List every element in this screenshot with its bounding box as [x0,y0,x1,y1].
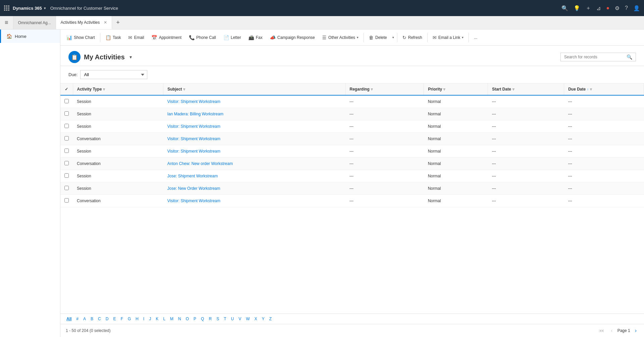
row-checkbox-8[interactable] [60,195,73,207]
campaign-response-button[interactable]: 📣 Campaign Response [266,33,318,42]
row-subject-8[interactable]: Visitor: Shipment Workstream [163,195,345,207]
task-button[interactable]: 📋 Task [102,33,125,42]
alpha-btn-i[interactable]: I [141,316,146,322]
due-date-filter-icon[interactable]: ▿ [590,87,592,92]
subject-link-5[interactable]: Anton Chew: New order Workstream [167,161,233,166]
regarding-filter-icon[interactable]: ▿ [371,87,373,92]
search-nav-icon[interactable]: 🔍 [561,5,568,11]
col-priority[interactable]: Priority ▿ [424,83,488,95]
first-page-button[interactable]: ⏮ [597,327,606,334]
activity-type-filter-icon[interactable]: ▿ [103,87,105,92]
tab-menu-hamburger[interactable]: ≡ [0,16,13,29]
subject-link-4[interactable]: Visitor: Shipment Workstream [167,149,220,154]
alpha-btn-#[interactable]: # [74,316,81,322]
alpha-btn-p[interactable]: P [192,316,198,322]
subject-link-8[interactable]: Visitor: Shipment Workstream [167,199,220,203]
alpha-btn-q[interactable]: Q [199,316,206,322]
user-icon[interactable]: 👤 [633,5,640,11]
apps-grid-icon[interactable] [4,5,9,11]
prev-page-button[interactable]: ‹ [609,327,614,334]
subject-filter-icon[interactable]: ▿ [183,87,185,92]
refresh-button[interactable]: ↻ Refresh [399,33,426,42]
alpha-btn-w[interactable]: W [244,316,252,322]
alpha-btn-j[interactable]: J [147,316,153,322]
alpha-btn-u[interactable]: U [229,316,236,322]
subject-link-7[interactable]: Jose: New Order Workstream [167,186,220,191]
subject-link-3[interactable]: Visitor: Shipment Workstream [167,136,220,141]
search-input[interactable] [564,55,625,59]
email-button[interactable]: ✉ Email [125,33,147,42]
alpha-btn-g[interactable]: G [126,316,133,322]
delete-dropdown-arrow[interactable]: ▾ [391,36,395,39]
checkbox-2[interactable] [64,124,69,128]
more-button[interactable]: ... [470,33,481,42]
alpha-btn-s[interactable]: S [214,316,221,322]
tab-activities[interactable]: Activities My Activities ✕ [56,16,112,29]
subject-link-2[interactable]: Visitor: Shipment Workstream [167,124,220,129]
sidebar-item-home[interactable]: 🏠 Home [0,30,60,43]
alpha-btn-z[interactable]: Z [267,316,274,322]
alpha-btn-f[interactable]: F [118,316,125,322]
col-regarding[interactable]: Regarding ▿ [345,83,424,95]
delete-button[interactable]: 🗑 Delete [365,33,390,42]
row-checkbox-6[interactable] [60,170,73,182]
alpha-btn-c[interactable]: C [96,316,103,322]
filter-nav-icon[interactable]: ⊿ [596,5,601,11]
checkbox-7[interactable] [64,186,69,190]
search-icon[interactable]: 🔍 [627,54,632,60]
subject-link-0[interactable]: Visitor: Shipment Workstream [167,99,220,104]
alpha-btn-h[interactable]: H [134,316,141,322]
page-title-dropdown[interactable]: ▾ [130,54,132,60]
checkbox-0[interactable] [64,99,69,103]
subject-link-1[interactable]: Ian Madera: Billing Workstream [167,112,223,116]
alpha-btn-m[interactable]: M [168,316,176,322]
row-subject-5[interactable]: Anton Chew: New order Workstream [163,158,345,170]
row-checkbox-0[interactable] [60,95,73,108]
row-subject-1[interactable]: Ian Madera: Billing Workstream [163,108,345,120]
alpha-btn-d[interactable]: D [104,316,111,322]
row-subject-2[interactable]: Visitor: Shipment Workstream [163,120,345,133]
alpha-btn-n[interactable]: N [176,316,183,322]
next-page-button[interactable]: › [633,327,639,334]
checkbox-8[interactable] [64,198,69,203]
alpha-btn-x[interactable]: X [252,316,259,322]
show-chart-button[interactable]: 📊 Show Chart [63,33,98,42]
row-checkbox-7[interactable] [60,182,73,195]
row-checkbox-2[interactable] [60,120,73,133]
alpha-btn-v[interactable]: V [237,316,243,322]
alpha-btn-r[interactable]: R [207,316,214,322]
alpha-btn-o[interactable]: O [184,316,191,322]
checkbox-4[interactable] [64,149,69,153]
letter-button[interactable]: 📄 Letter [220,33,245,42]
app-name[interactable]: Dynamics 365 ▾ [13,6,46,11]
tab-close-icon[interactable]: ✕ [104,20,107,25]
alpha-btn-b[interactable]: B [89,316,95,322]
appointment-button[interactable]: 📅 Appointment [148,33,185,42]
subject-link-6[interactable]: Jose: Shipment Workstream [167,174,218,178]
row-subject-0[interactable]: Visitor: Shipment Workstream [163,95,345,108]
alpha-btn-k[interactable]: K [154,316,160,322]
other-activities-button[interactable]: ☰ Other Activities ▾ [319,33,362,42]
settings-icon[interactable]: ⚙ [615,5,620,11]
row-subject-7[interactable]: Jose: New Order Workstream [163,182,345,195]
help-icon[interactable]: ? [625,5,628,11]
fax-button[interactable]: 📠 Fax [245,33,266,42]
col-activity-type[interactable]: Activity Type ▿ [73,83,163,95]
alpha-btn-e[interactable]: E [111,316,118,322]
row-subject-4[interactable]: Visitor: Shipment Workstream [163,145,345,158]
row-checkbox-1[interactable] [60,108,73,120]
start-date-filter-icon[interactable]: ▿ [512,87,514,92]
alpha-btn-t[interactable]: T [222,316,228,322]
row-subject-6[interactable]: Jose: Shipment Workstream [163,170,345,182]
alpha-btn-y[interactable]: Y [260,316,266,322]
lightbulb-icon[interactable]: 💡 [574,5,580,11]
checkbox-3[interactable] [64,136,69,141]
checkbox-6[interactable] [64,173,69,178]
checkbox-5[interactable] [64,161,69,165]
col-subject[interactable]: Subject ▿ [163,83,345,95]
checkbox-1[interactable] [64,111,69,116]
select-all-col[interactable]: ✓ [60,83,73,95]
tab-omnichannel[interactable]: Omnichannel Ag... [13,16,56,29]
phone-call-button[interactable]: 📞 Phone Call [186,33,219,42]
priority-filter-icon[interactable]: ▿ [443,87,445,92]
